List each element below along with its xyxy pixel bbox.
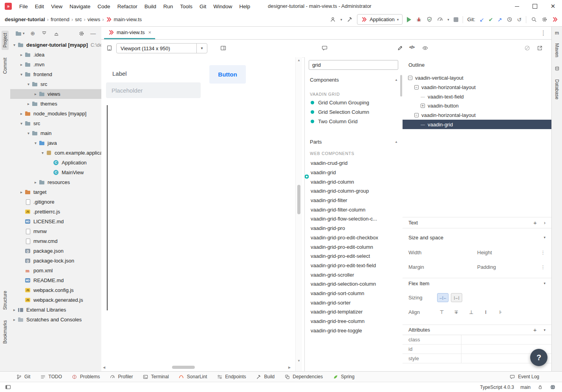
toolwindow-tab-structure[interactable]: Structure: [2, 288, 9, 312]
tree-chevron-icon[interactable]: ▾: [19, 121, 24, 126]
canvas-text-field-label[interactable]: Label: [112, 70, 127, 77]
breadcrumb-file[interactable]: main-view.ts: [106, 16, 142, 23]
toolwindow-tab-maven[interactable]: Maven: [553, 41, 560, 60]
palette-search-input[interactable]: [309, 60, 398, 70]
toolwindow-button-terminal[interactable]: Terminal: [143, 374, 169, 380]
toolwindow-tab-project[interactable]: Project: [2, 31, 9, 50]
menu-edit[interactable]: Edit: [31, 2, 48, 11]
edit-mode-icon[interactable]: [397, 45, 403, 51]
project-view-select[interactable]: ▾: [16, 31, 25, 36]
toolwindow-tab-commit[interactable]: Commit: [2, 55, 9, 76]
design-canvas[interactable]: Label Button Placeholder: [101, 57, 295, 371]
menu-tools[interactable]: Tools: [176, 2, 196, 11]
menu-help[interactable]: Help: [236, 2, 254, 11]
collapse-section-icon[interactable]: ▲: [395, 78, 398, 82]
outline-item[interactable]: +vaadin-button: [403, 101, 552, 111]
tree-chevron-icon[interactable]: ▾: [40, 151, 45, 155]
build-project-icon[interactable]: [346, 16, 353, 23]
tree-item[interactable]: LICENSE.md: [10, 217, 101, 226]
add-attribute-icon[interactable]: +: [533, 326, 537, 333]
scrollbar-thumb[interactable]: [297, 185, 300, 214]
tree-item[interactable]: ▸themes: [10, 99, 101, 109]
viewport-frame-icon[interactable]: [106, 45, 112, 51]
scroll-up-icon[interactable]: ▲: [296, 58, 302, 62]
vaadin-plugin-icon[interactable]: [552, 16, 558, 23]
outline-item[interactable]: —vaadin-text-field: [403, 92, 552, 101]
palette-item[interactable]: vaadin-grid: [305, 168, 403, 177]
toolwindow-button-profiler[interactable]: Profiler: [109, 374, 133, 380]
tree-item[interactable]: ▸External Libraries: [10, 305, 101, 315]
menu-refactor[interactable]: Refactor: [114, 2, 141, 11]
collapse-section-icon[interactable]: ▲: [395, 140, 398, 144]
menu-file[interactable]: File: [16, 2, 31, 11]
minimize-button[interactable]: [508, 0, 526, 13]
outline-item[interactable]: —vaadin-grid: [403, 120, 552, 129]
tree-chevron-icon[interactable]: ▸: [12, 317, 17, 322]
preview-eye-icon[interactable]: [422, 45, 428, 51]
tree-item[interactable]: ▾java: [10, 138, 101, 148]
components-section-header[interactable]: Components ▲: [305, 75, 403, 85]
palette-item[interactable]: vaadin-grid-sort-column: [305, 289, 403, 298]
breadcrumb-project[interactable]: designer-tutorial: [5, 16, 45, 22]
tree-chevron-icon[interactable]: ▾: [33, 141, 38, 145]
canvas-vertical-scrollbar[interactable]: ▲ ▼: [295, 57, 302, 371]
debug-button[interactable]: [416, 16, 422, 23]
sizing-grow-button[interactable]: |↔|: [451, 293, 462, 302]
tree-item[interactable]: .gitignore: [10, 197, 101, 207]
tree-item[interactable]: ▸.idea: [10, 50, 101, 60]
tree-item[interactable]: ▸views: [10, 89, 101, 99]
align-end-icon[interactable]: ⊥: [467, 308, 476, 316]
breadcrumb-src[interactable]: src: [75, 16, 82, 22]
maximize-button[interactable]: [526, 0, 544, 13]
tree-item[interactable]: ▸node_modules [myapp]: [10, 109, 101, 119]
menu-navigate[interactable]: Navigate: [66, 2, 94, 11]
tree-item[interactable]: ▾main: [10, 128, 101, 138]
align-baseline-icon[interactable]: ⊦: [496, 308, 505, 316]
tree-item[interactable]: webpack.generated.js: [10, 295, 101, 305]
sizing-shrink-button[interactable]: →|←: [437, 293, 449, 302]
tree-item[interactable]: Application: [10, 158, 101, 168]
changelist-globe-icon[interactable]: [549, 384, 556, 390]
width-field-label[interactable]: Width: [408, 250, 421, 255]
tree-item[interactable]: webpack.config.js: [10, 285, 101, 295]
viewport-select[interactable]: Viewport (1134 x 950) ▾: [116, 43, 207, 53]
scroll-left-icon[interactable]: ◀: [103, 366, 105, 369]
tree-item[interactable]: ▸Scratches and Consoles: [10, 315, 101, 325]
tree-item[interactable]: package.json: [10, 246, 101, 256]
tree-item[interactable]: .prettierrc.js: [10, 207, 101, 217]
palette-item[interactable]: vaadin-grid-flow-selection-c...: [305, 214, 403, 224]
align-center-icon[interactable]: ∓: [452, 308, 461, 316]
tree-chevron-icon[interactable]: ▸: [19, 53, 24, 57]
run-button[interactable]: [407, 17, 411, 22]
git-update-icon[interactable]: ↙: [480, 17, 484, 22]
code-view-icon[interactable]: </>: [409, 45, 414, 49]
profile-icon[interactable]: [330, 16, 336, 23]
close-tab-icon[interactable]: ×: [148, 29, 152, 35]
tree-chevron-icon[interactable]: ▾: [26, 82, 31, 86]
search-everywhere-icon[interactable]: [531, 16, 537, 23]
menu-git[interactable]: Git: [196, 2, 210, 11]
palette-item[interactable]: vaadin-grid-pro-edit-checkbox: [305, 233, 403, 242]
tree-item[interactable]: package-lock.json: [10, 256, 101, 266]
flex-section-header[interactable]: Flex Item ▾: [403, 278, 552, 288]
tree-chevron-icon[interactable]: ▸: [33, 180, 38, 184]
padding-field-label[interactable]: Padding: [477, 264, 496, 270]
toolwindow-button-build[interactable]: Build: [256, 374, 275, 380]
tab-options-kebab-icon[interactable]: ⋮: [540, 29, 546, 36]
editor-tab-main-view[interactable]: main-view.ts ×: [104, 27, 155, 39]
tree-item[interactable]: mvnw.cmd: [10, 236, 101, 246]
viewport-caret-icon[interactable]: ▾: [196, 44, 207, 53]
history-icon[interactable]: [506, 16, 513, 23]
collapse-node-icon[interactable]: −: [408, 76, 412, 80]
toolwindow-tab-database[interactable]: Database: [553, 77, 560, 102]
scrollbar-thumb[interactable]: [172, 366, 195, 369]
toolwindow-tab-bookmarks[interactable]: Bookmarks: [2, 318, 9, 346]
tree-item[interactable]: pom.xml: [10, 266, 101, 275]
parts-section-header[interactable]: Parts ▲: [305, 137, 403, 147]
palette-item[interactable]: vaadin-grid-pro-edit-select: [305, 252, 403, 261]
expand-section-icon[interactable]: ›: [544, 220, 546, 226]
toolwindow-button-git[interactable]: Git: [16, 374, 30, 380]
profile-caret-icon[interactable]: ▾: [340, 18, 342, 22]
canvas-text-field[interactable]: Placeholder: [106, 82, 201, 98]
palette-item[interactable]: vaadin-grid-tree-toggle: [305, 326, 403, 335]
